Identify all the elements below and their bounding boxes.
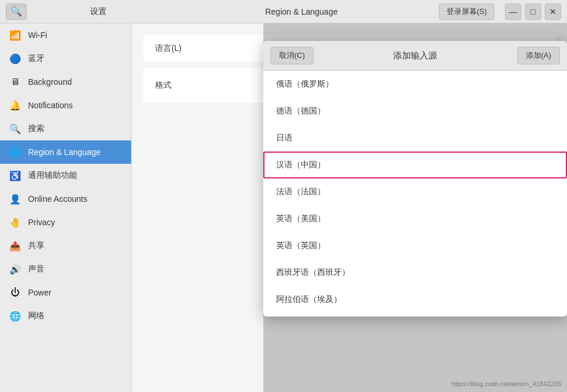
sidebar-item-sound[interactable]: 🔊 声音: [0, 257, 131, 281]
sidebar-item-label: Region & Language: [28, 147, 101, 157]
content-area: 语言(L) 汉语（中国） 格式 中国（汉语） 选项(O) ⚙ ⌨: [132, 23, 567, 392]
list-item[interactable]: 德语（德国）: [263, 98, 567, 125]
online-accounts-icon: 👤: [9, 193, 21, 205]
power-icon: ⏻: [9, 287, 21, 298]
sidebar-item-notifications[interactable]: 🔔 Notifications: [0, 94, 131, 117]
formats-label: 格式: [155, 80, 171, 91]
sound-icon: 🔊: [9, 263, 21, 275]
region-title: Region & Language: [170, 7, 433, 16]
window-controls: — □ ✕: [505, 4, 561, 20]
wifi-icon: 📶: [9, 29, 21, 41]
list-item[interactable]: 日语: [263, 125, 567, 152]
sidebar-item-privacy[interactable]: 🤚 Privacy: [0, 211, 131, 234]
sidebar-item-share[interactable]: 📤 共享: [0, 234, 131, 257]
sidebar-item-wifi[interactable]: 📶 Wi-Fi: [0, 23, 131, 47]
list-item-selected[interactable]: 汉语（中国）: [263, 152, 567, 178]
privacy-icon: 🤚: [9, 216, 21, 228]
sidebar-item-label: 通用辅助功能: [28, 170, 77, 181]
modal-cancel-button[interactable]: 取消(C): [270, 47, 314, 64]
search-icon: 🔍: [11, 6, 22, 17]
bluetooth-icon: 🔵: [9, 53, 21, 64]
sidebar-item-label: Power: [28, 288, 51, 297]
sidebar-item-bluetooth[interactable]: 🔵 蓝牙: [0, 47, 131, 70]
list-item[interactable]: 英语（英国）: [263, 232, 567, 259]
sidebar-item-label: 共享: [28, 240, 44, 251]
modal-title: 添加输入源: [314, 50, 517, 61]
sidebar-item-label: Privacy: [28, 218, 55, 227]
sidebar-item-label: Online Accounts: [28, 194, 87, 204]
sidebar-item-accessibility[interactable]: ♿ 通用辅助功能: [0, 164, 131, 187]
sidebar-item-label: 蓝牙: [28, 53, 44, 64]
modal-overlay: 取消(C) 添加输入源 添加(A) 俄语（俄罗斯） 德语（德国） 日语 汉语（中…: [263, 23, 567, 392]
modal-header: 取消(C) 添加输入源 添加(A): [263, 41, 567, 71]
modal-list: 俄语（俄罗斯） 德语（德国） 日语 汉语（中国） 法语（法国） 英语（美国） 英…: [263, 71, 567, 317]
titlebar: 🔍 设置 Region & Language 登录屏幕(S) — □ ✕: [0, 0, 567, 23]
region-icon: 🌐: [9, 146, 21, 158]
sidebar-item-search[interactable]: 🔍 搜索: [0, 117, 131, 140]
sidebar-item-region[interactable]: 🌐 Region & Language: [0, 140, 131, 164]
sidebar-item-label: 搜索: [28, 123, 44, 134]
list-item[interactable]: 法语（法国）: [263, 178, 567, 205]
network-icon: 🌐: [9, 310, 21, 322]
sidebar-item-power[interactable]: ⏻ Power: [0, 281, 131, 304]
sidebar: 📶 Wi-Fi 🔵 蓝牙 🖥 Background 🔔 Notification…: [0, 23, 132, 392]
more-items-indicator: ⋮: [263, 313, 567, 317]
app-title: 设置: [33, 6, 164, 17]
minimize-button[interactable]: —: [505, 4, 521, 20]
login-screen-button[interactable]: 登录屏幕(S): [439, 4, 494, 20]
list-item[interactable]: 西班牙语（西班牙）: [263, 259, 567, 286]
sidebar-item-label: Background: [28, 77, 72, 87]
language-label: 语言(L): [155, 43, 181, 54]
close-button[interactable]: ✕: [545, 4, 561, 20]
sidebar-item-network[interactable]: 🌐 网络: [0, 304, 131, 328]
modal-add-button[interactable]: 添加(A): [517, 47, 560, 64]
list-item[interactable]: 俄语（俄罗斯）: [263, 71, 567, 98]
sidebar-item-label: 网络: [28, 311, 44, 321]
sidebar-item-label: 声音: [28, 264, 44, 274]
list-item[interactable]: 英语（美国）: [263, 205, 567, 232]
sidebar-item-background[interactable]: 🖥 Background: [0, 70, 131, 94]
search-button[interactable]: 🔍: [6, 4, 27, 20]
main-layout: 📶 Wi-Fi 🔵 蓝牙 🖥 Background 🔔 Notification…: [0, 23, 567, 392]
share-icon: 📤: [9, 240, 21, 252]
notifications-icon: 🔔: [9, 99, 21, 111]
sidebar-item-online-accounts[interactable]: 👤 Online Accounts: [0, 187, 131, 211]
maximize-button[interactable]: □: [525, 4, 541, 20]
add-input-source-dialog: 取消(C) 添加输入源 添加(A) 俄语（俄罗斯） 德语（德国） 日语 汉语（中…: [263, 41, 567, 317]
background-icon: 🖥: [9, 76, 21, 88]
accessibility-icon: ♿: [9, 170, 21, 181]
sidebar-item-label: Notifications: [28, 101, 73, 110]
search-sidebar-icon: 🔍: [9, 123, 21, 135]
sidebar-item-label: Wi-Fi: [28, 30, 47, 40]
list-item[interactable]: 阿拉伯语（埃及）: [263, 286, 567, 313]
